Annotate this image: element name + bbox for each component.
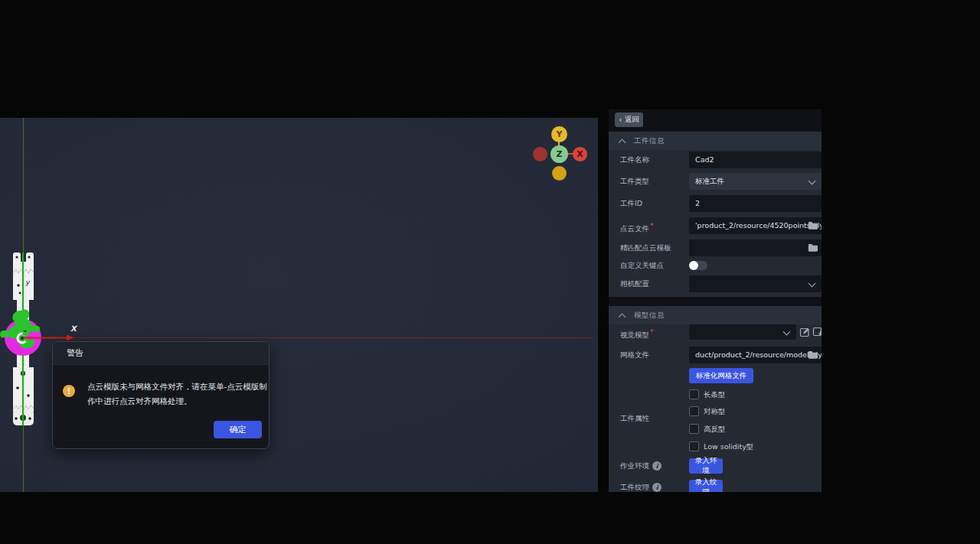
type-select[interactable]: 标准工件: [689, 173, 822, 190]
model-info-section: 模型信息 视觉模型* 网格文件 duct/product_2/resource/…: [609, 306, 822, 492]
fine-match-input[interactable]: [689, 239, 822, 256]
x-axis-arrowhead: [67, 335, 74, 341]
edit-icon[interactable]: [799, 327, 810, 337]
normalize-mesh-button[interactable]: 标准化网格文件: [689, 368, 753, 383]
back-button[interactable]: ‹ 返回: [615, 112, 643, 127]
gizmo-x[interactable]: X: [573, 147, 587, 161]
workpiece-section-title: 工件信息: [634, 132, 665, 150]
workpiece-section-header[interactable]: 工件信息: [609, 132, 822, 150]
warning-icon: !: [63, 385, 75, 397]
camera-config-label: 相机配置: [620, 275, 649, 292]
ok-button[interactable]: 确定: [214, 421, 262, 438]
checkbox-label: 对称型: [704, 406, 726, 416]
dialog-message-line2: 作中进行点云对齐网格处理。: [87, 394, 267, 409]
visual-model-select[interactable]: [689, 324, 796, 340]
checkbox-label: 高反型: [704, 424, 726, 434]
dialog-message-line1: 点云模版未与网格文件对齐，请在菜单-点云模版制: [87, 379, 267, 394]
name-label: 工件名称: [620, 151, 649, 168]
mesh-file-label: 网格文件: [620, 347, 649, 363]
model-section-title: 模型信息: [634, 306, 665, 324]
id-input[interactable]: 2: [689, 195, 822, 212]
environment-label: 作业环境: [620, 458, 649, 474]
checkbox-label: Low solidity型: [704, 441, 753, 451]
toggle-knob: [689, 261, 698, 270]
back-button-label: 返回: [625, 115, 639, 125]
app-window: y z X Y Z X 警告 ! 点云模版未与网: [0, 0, 980, 544]
required-asterisk: *: [650, 222, 654, 230]
chevron-down-icon: [808, 280, 816, 288]
property-panel: ‹ 返回 工件信息 工件名称 Cad2 工件类型 标准工件 工件ID 2 点云文…: [609, 109, 822, 492]
pointcloud-file-label: 点云文件*: [620, 217, 654, 234]
workpiece-info-section: 工件信息 工件名称 Cad2 工件类型 标准工件 工件ID 2 点云文件* 'p…: [609, 132, 822, 297]
info-icon[interactable]: i: [652, 483, 662, 492]
checkbox-long-strip[interactable]: [689, 389, 699, 399]
visual-model-label-text: 视觉模型: [620, 331, 649, 339]
folder-icon[interactable]: [808, 243, 818, 252]
type-select-value: 标准工件: [695, 177, 724, 185]
visual-model-label: 视觉模型*: [620, 324, 654, 340]
model-section-header[interactable]: 模型信息: [609, 306, 822, 324]
gizmo-y[interactable]: Y: [551, 126, 567, 142]
folder-icon[interactable]: [808, 221, 818, 230]
pointcloud-file-input[interactable]: 'product_2/resource/4520points.ply: [689, 217, 822, 234]
name-input[interactable]: Cad2: [689, 151, 822, 168]
collapse-caret-icon: [619, 139, 626, 147]
chevron-down-icon: [808, 178, 816, 185]
gizmo-negative-x[interactable]: [533, 147, 547, 161]
id-label: 工件ID: [620, 195, 642, 212]
gizmo-negative-y[interactable]: [552, 166, 567, 181]
back-chevron-icon: ‹: [619, 116, 622, 124]
attributes-label: 工件属性: [620, 413, 649, 423]
mesh-file-input[interactable]: duct/product_2/resource/model.ply: [689, 347, 822, 363]
dialog-header: 警告: [53, 342, 269, 365]
checkbox-high-reflective[interactable]: [689, 424, 699, 434]
required-asterisk: *: [650, 328, 654, 336]
type-label: 工件类型: [620, 173, 649, 190]
warning-dialog: 警告 ! 点云模版未与网格文件对齐，请在菜单-点云模版制 作中进行点云对齐网格处…: [52, 341, 270, 449]
info-icon[interactable]: i: [652, 461, 662, 471]
folder-icon[interactable]: [808, 350, 818, 359]
fine-match-label: 精匹配点云模板: [620, 239, 671, 256]
gizmo-z[interactable]: Z: [550, 145, 568, 163]
dialog-title: 警告: [67, 342, 83, 364]
import-model-icon[interactable]: [812, 327, 822, 337]
camera-config-select[interactable]: [689, 275, 822, 292]
capture-environment-button[interactable]: 录入环境: [689, 458, 723, 474]
capture-texture-button[interactable]: 录入纹理: [689, 480, 723, 492]
checkbox-label: 长条型: [704, 389, 726, 399]
axis-label-x: X: [70, 324, 78, 333]
checkbox-low-solidity[interactable]: [689, 441, 699, 451]
checkbox-symmetric[interactable]: [689, 406, 699, 416]
keypoints-label: 自定义关键点: [620, 257, 664, 274]
collapse-caret-icon: [619, 314, 626, 321]
keypoints-toggle[interactable]: [689, 261, 707, 270]
dialog-message: 点云模版未与网格文件对齐，请在菜单-点云模版制 作中进行点云对齐网格处理。: [87, 379, 267, 409]
pointcloud-label-text: 点云文件: [620, 224, 649, 233]
chevron-down-icon: [783, 328, 791, 336]
texture-label: 工件纹理: [620, 480, 649, 492]
